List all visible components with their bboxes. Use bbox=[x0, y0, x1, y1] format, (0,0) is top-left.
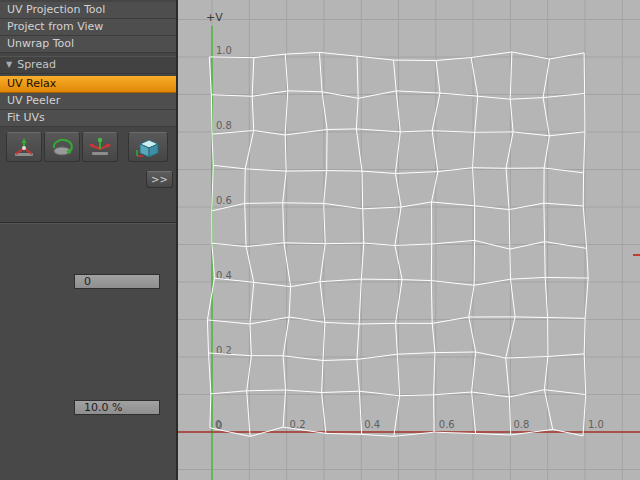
svg-text:0.8: 0.8 bbox=[513, 419, 529, 430]
uv-viewport[interactable]: 1.00.80.60.40.2000.20.40.60.81.0+V bbox=[178, 0, 640, 480]
viewport-background bbox=[178, 0, 640, 480]
svg-text:0.4: 0.4 bbox=[364, 419, 380, 430]
svg-text:0: 0 bbox=[215, 419, 221, 430]
section-header-spread[interactable]: ▼Spread bbox=[0, 56, 176, 74]
tool-item-fit-uvs[interactable]: Fit UVs bbox=[0, 110, 176, 127]
menu-item-project-from-view[interactable]: Project from View bbox=[0, 19, 176, 36]
svg-text:1.0: 1.0 bbox=[216, 45, 232, 56]
menu-item-uv-projection-tool[interactable]: UV Projection Tool bbox=[0, 2, 176, 19]
projection-axes-icon bbox=[11, 136, 37, 160]
collapse-triangle-icon: ▼ bbox=[6, 60, 12, 69]
tool-properties-panel: 0 10.0 % bbox=[0, 222, 176, 480]
tool-icon-row bbox=[4, 132, 172, 164]
tool-item-uv-relax[interactable]: UV Relax bbox=[0, 76, 176, 93]
v-axis-label: +V bbox=[206, 11, 223, 24]
menu-item-unwrap-tool[interactable]: Unwrap Tool bbox=[0, 36, 176, 53]
iterations-field[interactable]: 0 bbox=[74, 274, 160, 289]
svg-text:0.6: 0.6 bbox=[216, 195, 232, 206]
svg-text:0.8: 0.8 bbox=[216, 120, 232, 131]
uv-editor-window: UV Projection Tool Project from View Unw… bbox=[0, 0, 640, 480]
transform-axes-icon bbox=[87, 136, 113, 160]
tool-sidebar: UV Projection Tool Project from View Unw… bbox=[0, 0, 178, 480]
uv-box-icon bbox=[133, 136, 163, 160]
transform-axes-tool-button[interactable] bbox=[82, 132, 118, 162]
svg-text:1.0: 1.0 bbox=[588, 419, 604, 430]
rotate-cylinder-tool-button[interactable] bbox=[44, 132, 80, 162]
section-label: Spread bbox=[17, 58, 56, 71]
expand-button[interactable]: >> bbox=[146, 171, 173, 188]
projection-axes-tool-button[interactable] bbox=[6, 132, 42, 162]
uv-box-tool-button[interactable] bbox=[128, 132, 168, 162]
strength-percent-field[interactable]: 10.0 % bbox=[74, 400, 160, 415]
rotate-cylinder-icon bbox=[49, 136, 75, 160]
tool-item-uv-peeler[interactable]: UV Peeler bbox=[0, 93, 176, 110]
svg-text:0.6: 0.6 bbox=[439, 419, 455, 430]
